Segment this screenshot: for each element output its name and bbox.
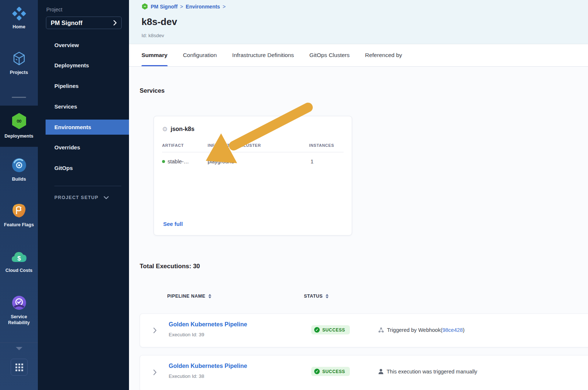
svg-text:$: $ — [17, 255, 21, 262]
tab-configuration[interactable]: Configuration — [183, 44, 217, 66]
column-cluster: INFRA/GITOPS CLUSTER — [208, 143, 261, 148]
services-section-title: Services — [140, 87, 165, 94]
breadcrumb-separator: > — [223, 4, 226, 10]
rail-item-cloud-costs[interactable]: $ Cloud Costs — [0, 249, 38, 273]
rail-item-builds[interactable]: Builds — [0, 157, 38, 182]
breadcrumb-project-link[interactable]: PM Signoff — [151, 4, 178, 10]
grid-icon — [15, 364, 23, 371]
feature-flags-icon — [0, 203, 38, 219]
project-setup-label: PROJECT SETUP — [54, 195, 98, 200]
rail-label-deployments: Deployments — [0, 133, 38, 139]
tab-referenced-by[interactable]: Referenced by — [365, 44, 402, 66]
builds-icon — [0, 157, 38, 173]
tab-bar: Summary Configuration Infrastructure Def… — [129, 44, 588, 67]
chevron-down-icon — [104, 196, 109, 199]
pipeline-name-link[interactable]: Golden Kubernetes Pipeline — [169, 321, 247, 328]
rail-item-projects[interactable]: Projects — [0, 51, 38, 75]
module-rail: Home Projects ∞ Deployments — [0, 0, 38, 390]
sort-icon — [326, 294, 329, 298]
project-setup-toggle[interactable]: PROJECT SETUP — [54, 195, 109, 200]
sidebar-divider — [54, 186, 121, 186]
deployments-icon: ∞ — [0, 112, 38, 130]
tab-summary[interactable]: Summary — [141, 44, 168, 66]
svg-text:∞: ∞ — [16, 117, 22, 125]
projects-icon — [0, 51, 38, 66]
webhook-icon — [378, 327, 384, 333]
total-executions-label: Total Executions: 30 — [140, 263, 200, 270]
service-reliability-icon — [0, 295, 38, 311]
tab-infrastructure-definitions[interactable]: Infrastructure Definitions — [232, 44, 294, 66]
breadcrumb-separator: > — [180, 4, 183, 10]
status-dot — [162, 160, 165, 163]
sidebar-item-environments[interactable]: Environments — [46, 120, 129, 135]
rail-label-feature-flags: Feature Flags — [0, 222, 38, 228]
column-artifact: ARTIFACT — [162, 143, 184, 148]
sidebar-item-gitops[interactable]: GitOps — [38, 162, 129, 174]
main-content: ∞ PM Signoff > Environments > k8s-dev Id… — [129, 0, 588, 390]
rail-item-deployments[interactable]: ∞ Deployments — [0, 112, 38, 139]
service-card-header: ⚙ json-k8s — [162, 126, 194, 132]
success-check-icon: ✓ — [314, 327, 320, 333]
rail-bottom-divider — [0, 343, 38, 343]
sidebar-item-overrides[interactable]: Overrides — [38, 142, 129, 153]
execution-row[interactable]: Golden Kubernetes Pipeline Execution Id:… — [140, 313, 588, 347]
page-title: k8s-dev — [141, 16, 177, 28]
module-grid-button[interactable] — [11, 359, 28, 376]
rail-label-home: Home — [0, 24, 38, 30]
service-card-divider — [162, 152, 344, 152]
trigger-text: Triggered by Webhook( — [387, 327, 442, 333]
rail-scroll-chevron-icon[interactable] — [0, 346, 38, 352]
chevron-expand-icon[interactable] — [153, 369, 157, 375]
project-label: Project — [46, 7, 62, 13]
page-header: ∞ PM Signoff > Environments > k8s-dev Id… — [129, 0, 588, 44]
sidebar-item-deployments[interactable]: Deployments — [38, 60, 129, 71]
rail-label-builds: Builds — [0, 176, 38, 182]
column-status[interactable]: STATUS — [304, 294, 329, 299]
cluster-value: playground — [208, 159, 234, 164]
rail-item-home[interactable]: Home — [0, 7, 38, 30]
artifact-value: stable-… — [168, 159, 189, 164]
instances-value: 1 — [311, 159, 313, 164]
tab-gitops-clusters[interactable]: GitOps Clusters — [309, 44, 349, 66]
service-name: json-k8s — [171, 126, 194, 132]
rail-divider — [12, 97, 26, 98]
rail-item-feature-flags[interactable]: Feature Flags — [0, 203, 38, 228]
sidebar-item-overview[interactable]: Overview — [38, 39, 129, 51]
execution-row[interactable]: Golden Kubernetes Pipeline Execution Id:… — [140, 355, 588, 390]
svg-text:∞: ∞ — [144, 4, 146, 8]
service-card: ⚙ json-k8s ARTIFACT INFRA/GITOPS CLUSTER… — [154, 116, 352, 235]
home-icon — [0, 7, 38, 21]
trigger-text: ) — [463, 327, 465, 333]
project-selector-value: PM Signoff — [51, 20, 82, 26]
execution-id: Execution Id: 39 — [169, 332, 204, 337]
page-id: Id: k8sdev — [141, 33, 164, 38]
project-selector[interactable]: PM Signoff — [46, 17, 122, 29]
user-icon — [378, 369, 384, 375]
rail-label-cloud-costs: Cloud Costs — [0, 267, 38, 273]
gear-icon: ⚙ — [162, 126, 168, 132]
sort-icon — [208, 294, 211, 298]
column-pipeline-name[interactable]: PIPELINE NAME — [167, 294, 211, 299]
chevron-expand-icon[interactable] — [153, 327, 157, 333]
executions-table-header: PIPELINE NAME STATUS — [129, 294, 588, 301]
commit-link[interactable]: 98ce428 — [442, 327, 463, 333]
trigger-text: This execution was triggered manually — [387, 369, 477, 375]
project-sidebar: Project PM Signoff Overview Deployments … — [38, 0, 129, 390]
sidebar-item-services[interactable]: Services — [38, 101, 129, 113]
rail-label-projects: Projects — [0, 70, 38, 75]
trigger-info: This execution was triggered manually — [378, 369, 477, 375]
deployments-module-icon: ∞ — [141, 3, 148, 10]
breadcrumb: ∞ PM Signoff > Environments > — [141, 3, 226, 10]
success-check-icon: ✓ — [314, 369, 320, 374]
rail-item-service-reliability[interactable]: Service Reliability — [0, 295, 38, 326]
breadcrumb-environments-link[interactable]: Environments — [186, 4, 220, 10]
sidebar-item-pipelines[interactable]: Pipelines — [38, 80, 129, 92]
status-badge: ✓ SUCCESS — [311, 367, 350, 376]
column-instances: INSTANCES — [309, 143, 334, 148]
cloud-costs-icon: $ — [0, 249, 38, 264]
see-full-link[interactable]: See full — [163, 221, 183, 227]
pipeline-name-link[interactable]: Golden Kubernetes Pipeline — [169, 363, 247, 369]
chevron-right-icon — [113, 20, 117, 25]
summary-content: Services ⚙ json-k8s ARTIFACT INFRA/GITOP… — [129, 67, 588, 390]
trigger-info: Triggered by Webhook(98ce428) — [378, 327, 465, 333]
